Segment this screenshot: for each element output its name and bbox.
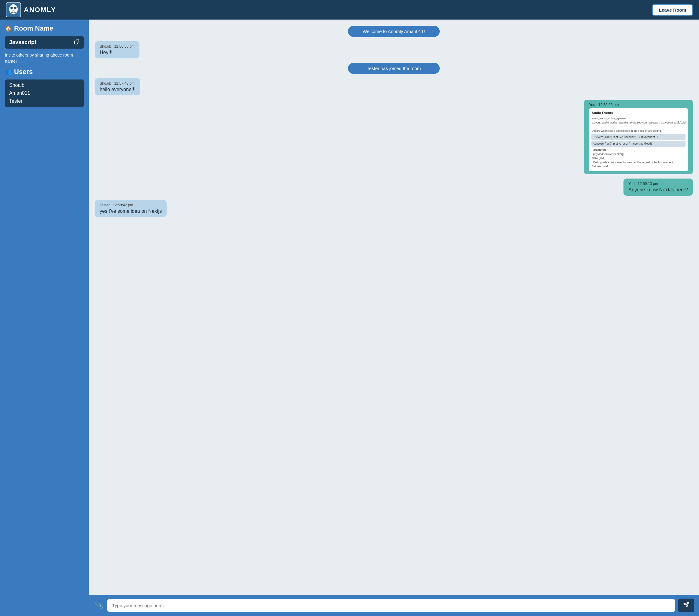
chat-bubble-other: Tester 12:59:42 pm yes I've some idea on…	[95, 200, 167, 217]
svg-point-2	[10, 7, 13, 9]
chat-footer: 📎	[89, 595, 699, 616]
message-time: 12:59:13 pm	[637, 182, 658, 186]
message-input[interactable]	[107, 599, 675, 612]
room-name-section: Room Name	[5, 25, 84, 32]
user-item: Tester	[9, 98, 79, 104]
room-section-label: Room Name	[14, 25, 53, 32]
bubble-meta: Shoaib 12:57:43 pm	[100, 81, 135, 85]
bubble-meta: You 12:58:33 pm	[589, 103, 688, 107]
code-block: console_log('active-user', user.payload)	[591, 141, 686, 147]
users-list: Shoaib Aman011 Tester	[5, 80, 84, 107]
room-name-box: Javascript 🗍	[5, 36, 84, 49]
chat-bubble-self-image: You 12:58:33 pm Audio Events event_audio…	[584, 100, 693, 174]
image-returns: Returns: void	[591, 164, 686, 169]
image-desc: e.event_audio_active_speaker.EventBody.D…	[591, 121, 686, 125]
users-label: Users	[14, 68, 33, 76]
user-item: Aman011	[9, 91, 79, 96]
main-layout: Room Name Javascript 🗍 Invite others by …	[0, 19, 699, 616]
bubble-meta: You 12:59:13 pm	[628, 182, 688, 186]
chat-bubble-other: Shoaib 12:56:50 pm Hey!!!	[95, 41, 140, 58]
bubble-text: Hey!!!	[100, 50, 134, 55]
invite-text: Invite others by sharing above room name…	[5, 52, 84, 64]
image-body: Occurs when some participants in the ses…	[591, 129, 686, 133]
system-message: Welcome to Anomly Aman011!	[348, 26, 440, 37]
user-item: Shoaib	[9, 82, 79, 88]
image-note: • Distinguish activity level by volume; …	[591, 161, 686, 165]
sender-name: Tester	[100, 203, 110, 207]
bubble-text: yes I've some idea on Nextjs	[100, 209, 162, 214]
bubble-text: Anyone know NextJs here?	[628, 187, 688, 192]
image-params-label: Parameters	[591, 148, 686, 152]
attach-button[interactable]: 📎	[94, 600, 104, 611]
code-block: {"event_uid":"active-speaker", DomSpeake…	[591, 134, 686, 140]
messages-container: Welcome to Anomly Aman011! Shoaib 12:56:…	[89, 19, 699, 595]
bubble-text: hello everyone!!!	[100, 87, 135, 92]
image-param1: • payload: ActiveSpeaker[]	[591, 152, 686, 157]
header: ANOMLY Leave Room	[0, 0, 699, 19]
users-section-title: Users	[5, 68, 84, 76]
sender-name: You	[628, 182, 634, 186]
sidebar: Room Name Javascript 🗍 Invite others by …	[0, 19, 89, 616]
message-time: 12:58:33 pm	[598, 103, 619, 107]
sender-name: You	[589, 103, 595, 107]
logo-section: ANOMLY	[6, 2, 56, 17]
image-preview: Audio Events event_audio_active_speaker …	[589, 108, 688, 171]
image-event: event_audio_active_speaker	[591, 117, 686, 121]
home-icon	[5, 25, 12, 32]
leave-room-button[interactable]: Leave Room	[652, 4, 693, 16]
copy-icon[interactable]: 🗍	[74, 39, 79, 45]
system-message: Tester has joined the room	[348, 63, 440, 74]
chat-bubble-other: Shoaib 12:57:43 pm hello everyone!!!	[95, 78, 140, 95]
message-time: 12:59:42 pm	[113, 203, 133, 207]
room-name-value: Javascript	[9, 39, 36, 45]
image-param2: active_uid	[591, 156, 686, 161]
svg-point-3	[14, 7, 16, 9]
system-message-text: Tester has joined the room	[367, 66, 421, 71]
bubble-meta: Tester 12:59:42 pm	[100, 203, 162, 207]
logo-icon	[6, 2, 21, 17]
image-title: Audio Events	[591, 111, 686, 115]
bubble-meta: Shoaib 12:56:50 pm	[100, 44, 134, 49]
chat-bubble-self: You 12:59:13 pm Anyone know NextJs here?	[623, 178, 693, 196]
sender-name: Shoaib	[100, 81, 111, 85]
system-message-text: Welcome to Anomly Aman011!	[362, 29, 425, 34]
app-title: ANOMLY	[24, 6, 56, 14]
message-time: 12:56:50 pm	[114, 44, 134, 49]
sender-name: Shoaib	[100, 44, 111, 49]
send-button[interactable]	[678, 599, 694, 612]
users-icon	[5, 68, 12, 76]
send-icon	[683, 602, 689, 608]
chat-area: Welcome to Anomly Aman011! Shoaib 12:56:…	[89, 19, 699, 616]
message-time: 12:57:43 pm	[114, 81, 134, 85]
